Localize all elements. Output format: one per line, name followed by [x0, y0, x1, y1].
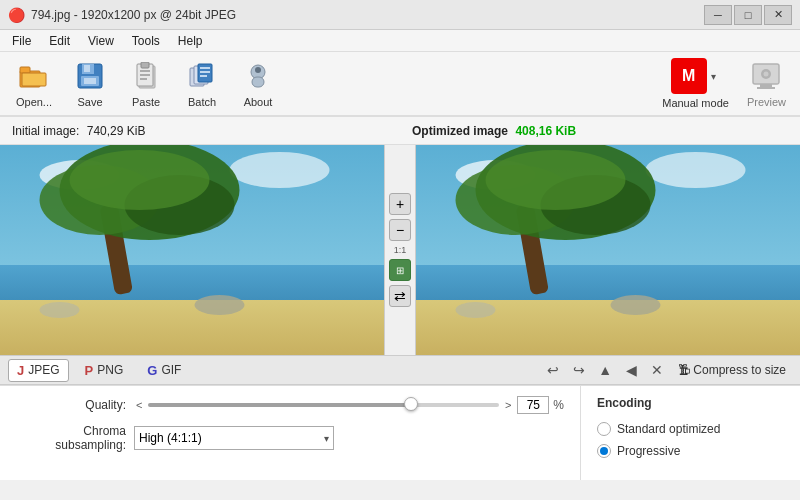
quality-increase-button[interactable]: >	[503, 397, 513, 413]
clear-button[interactable]: ✕	[646, 359, 668, 381]
menu-help[interactable]: Help	[170, 32, 211, 50]
svg-rect-18	[200, 71, 210, 73]
chroma-row: Chroma subsampling: High (4:1:1) ▾	[16, 424, 564, 452]
title-bar: 🔴 794.jpg - 1920x1200 px @ 24bit JPEG ─ …	[0, 0, 800, 30]
about-label: About	[244, 96, 273, 108]
initial-image-label: Initial image:	[12, 124, 79, 138]
menu-edit[interactable]: Edit	[41, 32, 78, 50]
optimized-image-size: 408,16 KiB	[515, 124, 576, 138]
manual-mode-button[interactable]: M ▾	[671, 58, 721, 94]
encoding-progressive-radio[interactable]	[597, 444, 611, 458]
maximize-button[interactable]: □	[734, 5, 762, 25]
svg-point-42	[646, 152, 746, 188]
preview-button[interactable]: Preview	[741, 56, 792, 112]
svg-point-51	[456, 302, 496, 318]
preview-icon	[750, 60, 782, 92]
quality-slider[interactable]	[148, 403, 498, 407]
svg-rect-22	[252, 77, 264, 87]
jpeg-tab-icon: J	[17, 363, 24, 378]
svg-point-50	[611, 295, 661, 315]
chroma-dropdown-arrow: ▾	[324, 433, 329, 444]
svg-rect-1	[20, 67, 30, 73]
redo-button[interactable]: ↪	[568, 359, 590, 381]
quality-label: Quality:	[16, 398, 126, 412]
encoding-progressive-label: Progressive	[617, 444, 680, 458]
gif-tab-label: GIF	[161, 363, 181, 377]
svg-rect-26	[760, 84, 772, 87]
jpeg-tab-label: JPEG	[28, 363, 59, 377]
quality-percent-label: %	[553, 398, 564, 412]
menu-tools[interactable]: Tools	[124, 32, 168, 50]
format-tabs-bar: J JPEG P PNG G GIF ↩ ↪ ▲ ◀ ✕ 🗜 Compress …	[0, 355, 800, 385]
encoding-panel: Encoding Standard optimized Progressive	[580, 386, 800, 480]
original-image-panel	[0, 145, 384, 355]
zoom-label: 1:1	[394, 245, 407, 255]
about-button[interactable]: About	[232, 56, 284, 112]
undo-button[interactable]: ↩	[542, 359, 564, 381]
encoding-standard-radio[interactable]	[597, 422, 611, 436]
minimize-button[interactable]: ─	[704, 5, 732, 25]
svg-point-49	[486, 150, 626, 210]
quality-decrease-button[interactable]: <	[134, 397, 144, 413]
open-button[interactable]: Open...	[8, 56, 60, 112]
quality-thumb[interactable]	[404, 397, 418, 411]
chroma-label: Chroma subsampling:	[16, 424, 126, 452]
preview-label: Preview	[747, 96, 786, 108]
menu-file[interactable]: File	[4, 32, 39, 50]
menu-bar: File Edit View Tools Help	[0, 30, 800, 52]
manual-mode-icon: M	[671, 58, 707, 94]
quality-value-input[interactable]	[517, 396, 549, 414]
initial-image-header: Initial image: 740,29 KiB	[0, 124, 400, 138]
svg-rect-10	[141, 62, 149, 68]
paste-button[interactable]: Paste	[120, 56, 172, 112]
tab-png[interactable]: P PNG	[77, 360, 132, 381]
image-area: + − 1:1 ⊞ ⇄	[0, 145, 800, 355]
save-icon	[74, 60, 106, 92]
svg-point-37	[70, 150, 210, 210]
image-header: Initial image: 740,29 KiB Optimized imag…	[0, 117, 800, 145]
save-label: Save	[77, 96, 102, 108]
zoom-fit-button[interactable]: ⊞	[389, 259, 411, 281]
encoding-progressive-option[interactable]: Progressive	[597, 444, 784, 458]
batch-button[interactable]: Batch	[176, 56, 228, 112]
svg-rect-7	[84, 78, 96, 84]
open-label: Open...	[16, 96, 52, 108]
compress-to-size-button[interactable]: 🗜 Compress to size	[672, 361, 792, 379]
encoding-standard-label: Standard optimized	[617, 422, 720, 436]
png-tab-icon: P	[85, 363, 94, 378]
initial-image-size: 740,29 KiB	[87, 124, 146, 138]
svg-rect-19	[200, 75, 207, 77]
close-button[interactable]: ✕	[764, 5, 792, 25]
levels-button[interactable]: ▲	[594, 359, 616, 381]
open-icon	[18, 60, 50, 92]
svg-rect-12	[140, 74, 150, 76]
zoom-controls: + − 1:1 ⊞ ⇄	[384, 145, 416, 355]
settings-left-panel: Quality: < > % Chroma subsampling: High …	[0, 386, 580, 480]
chroma-value: High (4:1:1)	[139, 431, 202, 445]
encoding-standard-option[interactable]: Standard optimized	[597, 422, 784, 436]
paste-label: Paste	[132, 96, 160, 108]
svg-rect-17	[200, 67, 210, 69]
optimized-image-label: Optimized image	[412, 124, 508, 138]
menu-view[interactable]: View	[80, 32, 122, 50]
paste-icon	[130, 60, 162, 92]
svg-rect-5	[84, 65, 90, 72]
svg-point-38	[195, 295, 245, 315]
compress-label: Compress to size	[693, 363, 786, 377]
sync-button[interactable]: ⇄	[389, 285, 411, 307]
window-title: 794.jpg - 1920x1200 px @ 24bit JPEG	[31, 8, 236, 22]
quality-row: Quality: < > %	[16, 396, 564, 414]
tab-gif[interactable]: G GIF	[139, 360, 189, 381]
optimized-image-header: Optimized image 408,16 KiB	[400, 124, 800, 138]
svg-point-25	[764, 71, 769, 76]
svg-point-30	[230, 152, 330, 188]
chroma-select[interactable]: High (4:1:1) ▾	[134, 426, 334, 450]
tab-jpeg[interactable]: J JPEG	[8, 359, 69, 382]
zoom-out-button[interactable]: −	[389, 219, 411, 241]
manual-dropdown-arrow[interactable]: ▾	[707, 58, 721, 94]
app-icon: 🔴	[8, 7, 25, 23]
save-button[interactable]: Save	[64, 56, 116, 112]
back-button[interactable]: ◀	[620, 359, 642, 381]
manual-mode-label: Manual mode	[662, 97, 729, 109]
zoom-in-button[interactable]: +	[389, 193, 411, 215]
